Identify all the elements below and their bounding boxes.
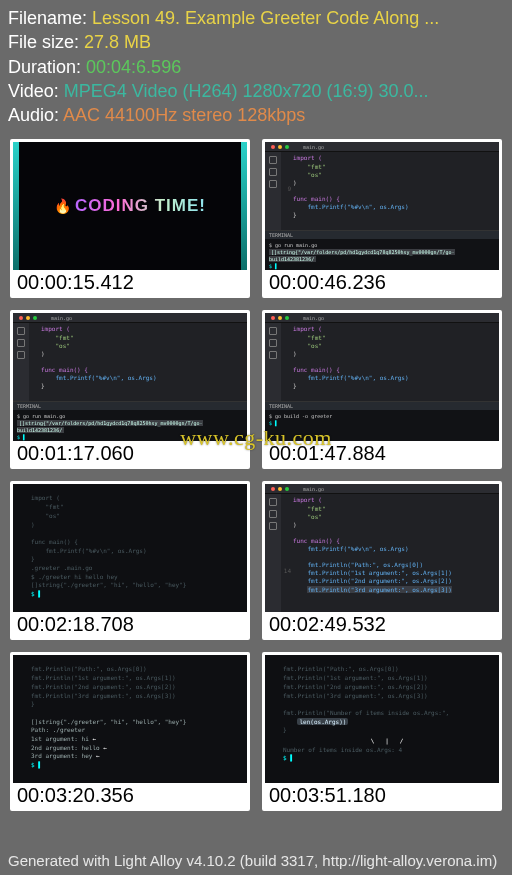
thumbnail-grid: 🔥 CODING TIME! 00:00:15.412 main.go 9 im…: [0, 131, 512, 813]
thumbnail-frame: import ( "fmt" "os" ) func main() { fmt.…: [10, 481, 250, 640]
timestamp: 00:02:18.708: [13, 612, 247, 637]
label: Duration:: [8, 57, 81, 77]
thumbnail-cell: import ( "fmt" "os" ) func main() { fmt.…: [10, 481, 250, 640]
thumbnail-frame: fmt.Println("Path:", os.Args[0]) fmt.Pri…: [10, 652, 250, 811]
thumbnail-cell: 🔥 CODING TIME! 00:00:15.412: [10, 139, 250, 298]
value: 27.8 MB: [84, 32, 151, 52]
timestamp: 00:01:47.884: [265, 441, 499, 466]
timestamp: 00:03:51.180: [265, 783, 499, 808]
thumbnail-frame: main.go 14 import ( "fmt" "os" ) func ma…: [262, 481, 502, 640]
thumbnail-frame: 🔥 CODING TIME! 00:00:15.412: [10, 139, 250, 298]
thumbnail-image: main.go 14 import ( "fmt" "os" ) func ma…: [265, 484, 499, 612]
thumbnail-image: main.go 9 import ( "fmt" "os" ) func mai…: [265, 142, 499, 270]
fire-icon: 🔥: [54, 198, 71, 214]
label: Video:: [8, 81, 59, 101]
timestamp: 00:00:15.412: [13, 270, 247, 295]
thumbnail-cell: main.go import ( "fmt" "os" ) func main(…: [262, 310, 502, 469]
meta-filesize: File size: 27.8 MB: [8, 30, 504, 54]
label: Filename:: [8, 8, 87, 28]
value: MPEG4 Video (H264) 1280x720 (16:9) 30.0.…: [64, 81, 429, 101]
timestamp: 00:01:17.060: [13, 441, 247, 466]
thumbnail-cell: main.go import ( "fmt" "os" ) func main(…: [10, 310, 250, 469]
thumbnail-image: main.go import ( "fmt" "os" ) func main(…: [265, 313, 499, 441]
thumbnail-frame: main.go 9 import ( "fmt" "os" ) func mai…: [262, 139, 502, 298]
thumbnail-image: main.go import ( "fmt" "os" ) func main(…: [13, 313, 247, 441]
thumbnail-frame: fmt.Println("Path:", os.Args[0]) fmt.Pri…: [262, 652, 502, 811]
footer-text: Generated with Light Alloy v4.10.2 (buil…: [8, 852, 504, 869]
file-metadata: Filename: Lesson 49. Example Greeter Cod…: [0, 0, 512, 131]
thumbnail-cell: fmt.Println("Path:", os.Args[0]) fmt.Pri…: [262, 652, 502, 811]
thumbnail-image: fmt.Println("Path:", os.Args[0]) fmt.Pri…: [13, 655, 247, 783]
value: 00:04:6.596: [86, 57, 181, 77]
timestamp: 00:03:20.356: [13, 783, 247, 808]
title-text: CODING TIME!: [75, 196, 206, 216]
thumbnail-image: import ( "fmt" "os" ) func main() { fmt.…: [13, 484, 247, 612]
value: Lesson 49. Example Greeter Code Along ..…: [92, 8, 439, 28]
timestamp: 00:00:46.236: [265, 270, 499, 295]
thumbnail-frame: main.go import ( "fmt" "os" ) func main(…: [10, 310, 250, 469]
thumbnail-frame: main.go import ( "fmt" "os" ) func main(…: [262, 310, 502, 469]
thumbnail-cell: main.go 9 import ( "fmt" "os" ) func mai…: [262, 139, 502, 298]
thumbnail-cell: main.go 14 import ( "fmt" "os" ) func ma…: [262, 481, 502, 640]
value: AAC 44100Hz stereo 128kbps: [63, 105, 305, 125]
label: Audio:: [8, 105, 59, 125]
label: File size:: [8, 32, 79, 52]
meta-audio: Audio: AAC 44100Hz stereo 128kbps: [8, 103, 504, 127]
meta-filename: Filename: Lesson 49. Example Greeter Cod…: [8, 6, 504, 30]
meta-duration: Duration: 00:04:6.596: [8, 55, 504, 79]
timestamp: 00:02:49.532: [265, 612, 499, 637]
thumbnail-cell: fmt.Println("Path:", os.Args[0]) fmt.Pri…: [10, 652, 250, 811]
thumbnail-image: fmt.Println("Path:", os.Args[0]) fmt.Pri…: [265, 655, 499, 783]
meta-video: Video: MPEG4 Video (H264) 1280x720 (16:9…: [8, 79, 504, 103]
thumbnail-image: 🔥 CODING TIME!: [13, 142, 247, 270]
